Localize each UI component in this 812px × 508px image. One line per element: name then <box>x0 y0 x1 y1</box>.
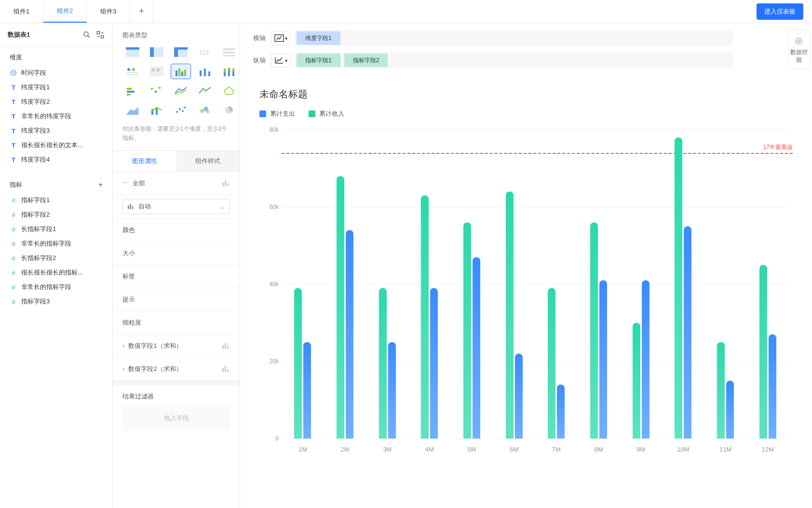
metric-field[interactable]: #指标字段3 <box>4 294 108 309</box>
chart-type-option[interactable] <box>147 102 167 118</box>
dimension-field[interactable]: T很长很长很长的文本... <box>4 138 108 152</box>
data-mining-button[interactable]: ◎ 数据挖掘 <box>788 30 810 69</box>
bar[interactable] <box>421 195 429 439</box>
metric-field[interactable]: #指标字段2 <box>4 207 108 222</box>
chart-type-option[interactable] <box>122 64 143 79</box>
chart-type-option[interactable] <box>147 44 167 60</box>
bar[interactable] <box>473 257 480 439</box>
chart-type-option[interactable] <box>171 64 191 79</box>
bar[interactable] <box>337 176 344 439</box>
dimension-field[interactable]: 时间字段 <box>4 66 108 80</box>
x-axis-dropzone[interactable]: 维度字段1 <box>295 30 733 46</box>
x-tick-label: 3M <box>366 446 408 453</box>
prop-row[interactable]: 提示 <box>113 288 240 311</box>
metrics-list: #指标字段1#指标字段2#长指标字段1#非常长的指标字段#长指标字段2#很长很长… <box>0 193 112 316</box>
chart-type-option[interactable] <box>147 83 167 98</box>
prop-row[interactable]: 细粒度 <box>113 311 240 334</box>
add-metric-icon[interactable]: + <box>98 180 103 189</box>
auto-select[interactable]: 自动 ⌄ <box>122 199 230 214</box>
metric-field[interactable]: #很长很长很长的指标... <box>4 265 108 280</box>
bar[interactable] <box>379 288 387 439</box>
chart-type-option[interactable]: 123 <box>195 44 215 60</box>
x-axis-type-icon[interactable]: ▾ <box>271 31 290 45</box>
metric-field[interactable]: #非常长的指标字段 <box>4 236 108 251</box>
bar[interactable] <box>294 288 302 439</box>
y-axis-label: 纵轴 <box>248 56 271 65</box>
bar[interactable] <box>388 342 396 439</box>
swap-icon[interactable] <box>96 30 105 39</box>
bar[interactable] <box>759 265 767 439</box>
chart-type-option[interactable] <box>171 83 191 98</box>
bar[interactable] <box>346 230 353 439</box>
y-axis-dropzone[interactable]: 指标字段1 指标字段2 <box>295 52 733 69</box>
y-axis-chip-1[interactable]: 指标字段1 <box>297 54 340 67</box>
bar[interactable] <box>303 342 311 439</box>
prop-row[interactable]: 颜色 <box>113 219 240 242</box>
dimension-field[interactable]: T纬度字段2 <box>4 95 108 109</box>
tab-add[interactable]: + <box>130 0 153 23</box>
field-label: 指标字段2 <box>21 210 50 219</box>
enter-dashboard-button[interactable]: 进入仪表板 <box>757 3 803 20</box>
prop-all[interactable]: ﹀ 全部 <box>113 172 240 195</box>
chart-type-option[interactable] <box>122 44 143 60</box>
bar[interactable] <box>463 222 471 439</box>
dimensions-list: 时间字段T纬度字段1T纬度字段2T非常长的纬度字段T纬度字段3T很长很长很长的文… <box>0 66 112 174</box>
dimension-field[interactable]: T非常长的纬度字段 <box>4 109 108 124</box>
metric-field[interactable]: #非常长的指标字段 <box>4 280 108 294</box>
y-axis-type-icon[interactable]: ▾ <box>271 53 290 68</box>
chart-type-option[interactable] <box>219 102 239 118</box>
bar[interactable] <box>642 280 650 439</box>
svg-rect-38 <box>127 94 130 96</box>
chart-type-option[interactable] <box>195 102 215 118</box>
prop-row[interactable]: 标签 <box>113 265 240 288</box>
tab-graphic-props[interactable]: 图形属性 <box>113 151 176 171</box>
prop-row[interactable]: 大小 <box>113 242 240 265</box>
bar[interactable] <box>633 323 640 439</box>
bar[interactable] <box>506 192 514 439</box>
bar[interactable] <box>717 342 725 439</box>
legend-item-2[interactable]: 累计收入 <box>309 110 344 118</box>
filter-dropzone[interactable]: 拖入字段 <box>122 406 230 431</box>
chart-type-option[interactable] <box>122 83 143 98</box>
legend-item-1[interactable]: 累计支出 <box>259 110 295 118</box>
chart-type-option[interactable] <box>195 64 215 79</box>
search-icon[interactable] <box>82 30 91 39</box>
bar[interactable] <box>430 288 438 439</box>
metric-field[interactable]: #长指标字段1 <box>4 222 108 236</box>
bar[interactable] <box>557 384 565 439</box>
dimension-field[interactable]: T纬度字段4 <box>4 152 108 167</box>
numeric-field-row[interactable]: ›数值字段2（求和） <box>113 357 240 381</box>
tab-component-1[interactable]: 组件1 <box>0 0 43 23</box>
svg-rect-2 <box>97 31 99 34</box>
dimension-field[interactable]: T纬度字段1 <box>4 80 108 95</box>
chart-type-option[interactable] <box>147 64 167 79</box>
text-icon: T <box>10 112 17 120</box>
chart-type-option[interactable] <box>171 102 191 118</box>
hash-icon: # <box>10 211 17 219</box>
metric-field[interactable]: #长指标字段2 <box>4 251 108 265</box>
chart-type-option[interactable] <box>219 44 239 60</box>
tab-component-3[interactable]: 组件3 <box>87 0 130 23</box>
tab-component-style[interactable]: 组件样式 <box>176 151 240 171</box>
chart-type-option[interactable] <box>171 44 191 60</box>
numeric-field-row[interactable]: ›数值字段1（求和） <box>113 334 240 357</box>
chart-type-option[interactable] <box>122 102 143 118</box>
svg-point-17 <box>132 68 135 71</box>
bar[interactable] <box>769 334 776 439</box>
y-axis-chip-2[interactable]: 指标字段2 <box>344 54 388 67</box>
dimension-field[interactable]: T纬度字段3 <box>4 124 108 138</box>
svg-rect-22 <box>157 69 160 71</box>
chart-type-option[interactable] <box>219 83 239 98</box>
x-axis-chip[interactable]: 维度字段1 <box>297 31 340 45</box>
metric-field[interactable]: #指标字段1 <box>4 193 108 207</box>
bar[interactable] <box>726 381 734 439</box>
tab-component-2[interactable]: 组件2 <box>43 0 87 23</box>
bar[interactable] <box>675 137 682 439</box>
bar[interactable] <box>515 354 523 439</box>
chart-type-option[interactable] <box>219 64 239 79</box>
bar[interactable] <box>590 222 598 439</box>
chart-type-option[interactable] <box>195 83 215 98</box>
bar[interactable] <box>548 288 555 439</box>
bar[interactable] <box>684 226 691 439</box>
bar[interactable] <box>599 280 607 439</box>
